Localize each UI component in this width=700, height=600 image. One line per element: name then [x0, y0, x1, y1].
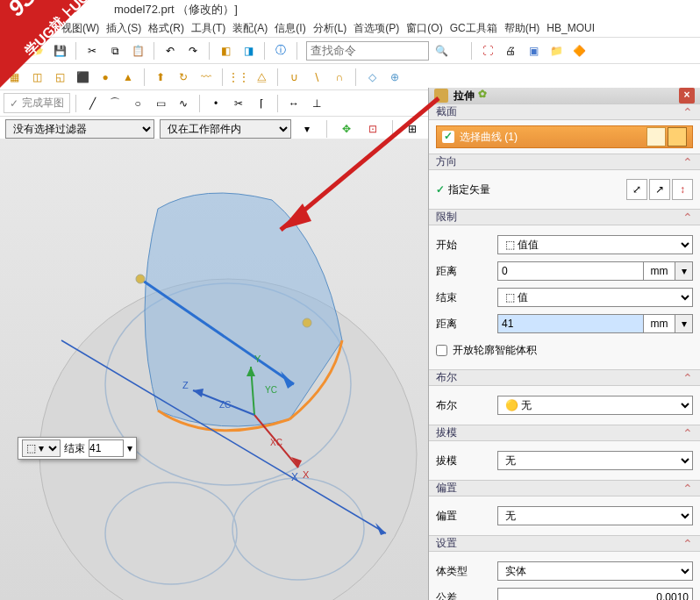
svg-point-9 — [136, 275, 145, 283]
new-icon[interactable]: 📄 — [4, 40, 25, 61]
rect-icon[interactable]: ▭ — [150, 93, 171, 114]
section-offset[interactable]: 偏置⌃ — [429, 480, 700, 496]
revolve-icon[interactable]: ↻ — [173, 67, 194, 88]
vec-reverse-icon[interactable]: ⤢ — [626, 179, 647, 200]
subtract-icon[interactable]: ∖ — [306, 67, 327, 88]
section-jiemian[interactable]: 截面⌃ — [429, 104, 700, 120]
circle-icon[interactable]: ○ — [127, 93, 148, 114]
pattern-icon[interactable]: ⋮⋮ — [228, 67, 249, 88]
menu-format[interactable]: 格式(R) — [148, 21, 184, 36]
draft-mode[interactable]: 无 — [497, 451, 693, 470]
section-settings[interactable]: 设置⌃ — [429, 535, 700, 552]
boolean-mode[interactable]: 🟡 无 — [497, 396, 693, 415]
panel-header[interactable]: 拉伸 ✿ × — [429, 88, 700, 104]
menu-analyze[interactable]: 分析(L) — [313, 21, 347, 36]
cube-icon[interactable]: ◱ — [49, 67, 70, 88]
menu-window[interactable]: 窗口(O) — [406, 21, 442, 36]
graphics-viewport[interactable]: X Y Z XC YC ZC X ⬚ ▾ 结束 ▾ — [0, 139, 428, 600]
redo-icon[interactable]: ↷ — [182, 40, 204, 61]
filter-opt-4-icon[interactable]: ⊞ — [402, 118, 423, 139]
menu-prefs[interactable]: 首选项(P) — [354, 21, 399, 36]
menu-hbmoui[interactable]: HB_MOUI — [546, 22, 595, 34]
box-icon[interactable]: ▣ — [523, 40, 544, 61]
unite-icon[interactable]: ∪ — [283, 67, 304, 88]
folder-icon[interactable]: 📁 — [546, 40, 567, 61]
section-limits[interactable]: 限制⌃ — [429, 209, 700, 225]
fillet-icon[interactable]: ⌈ — [251, 93, 272, 114]
extrude-panel: 拉伸 ✿ × 截面⌃ ✓ 选择曲线 (1) 方向⌃ ✓ 指定矢量 ⤢ ↗ ↕ 限… — [428, 88, 700, 600]
filter-opt-3-icon[interactable]: ⊡ — [362, 118, 383, 139]
curve-tool-1[interactable] — [646, 127, 666, 146]
end-dist-arrow[interactable]: ▾ — [675, 314, 693, 333]
extrude-icon[interactable]: ⬆ — [150, 67, 171, 88]
help-icon[interactable]: ✿ — [475, 88, 490, 104]
standard-toolbar: 📄 📂 💾 ✂ ⧉ 📋 ↶ ↷ ◧ ◨ ⓘ 🔍 ⛶ 🖨 ▣ 📁 🔶 — [0, 37, 700, 63]
start-distance[interactable] — [497, 261, 644, 281]
search-icon[interactable]: 🔍 — [431, 40, 452, 61]
color-icon[interactable]: 🔶 — [568, 40, 589, 61]
fit-icon[interactable]: ⛶ — [477, 40, 498, 61]
vec-axis-icon[interactable]: ↕ — [672, 179, 693, 200]
feat-1-icon[interactable]: ▦ — [4, 67, 25, 88]
menu-assembly[interactable]: 装配(A) — [232, 21, 268, 36]
plane-icon[interactable]: ◇ — [361, 67, 382, 88]
dyn-value[interactable] — [89, 439, 124, 457]
cut-icon[interactable]: ✂ — [82, 40, 103, 61]
vec-pick-icon[interactable]: ↗ — [649, 179, 670, 200]
arc-icon[interactable]: ⌒ — [104, 93, 125, 114]
menu-info[interactable]: 信息(I) — [275, 21, 305, 36]
menu-help[interactable]: 帮助(H) — [504, 21, 540, 36]
cone-icon[interactable]: ▲ — [118, 67, 139, 88]
section-direction[interactable]: 方向⌃ — [429, 154, 700, 170]
intersect-icon[interactable]: ∩ — [329, 67, 350, 88]
spline-icon[interactable]: ∿ — [173, 93, 194, 114]
dynamic-input-box[interactable]: ⬚ ▾ 结束 ▾ — [18, 437, 137, 460]
scope-filter[interactable]: 仅在工作部件内 — [160, 119, 291, 139]
filter-opt-1-icon[interactable]: ▾ — [296, 118, 318, 139]
open-icon[interactable]: 📂 — [26, 40, 47, 61]
dyn-arrow[interactable]: ▾ — [127, 442, 132, 454]
unit-label: mm — [644, 314, 675, 333]
feat-2-icon[interactable]: ◫ — [26, 67, 47, 88]
constraint-icon[interactable]: ⊥ — [306, 93, 327, 114]
point-icon[interactable]: • — [205, 93, 226, 114]
menu-tools[interactable]: 工具(T) — [191, 21, 225, 36]
sphere-icon[interactable]: ● — [95, 67, 116, 88]
undo-icon[interactable]: ↶ — [160, 40, 181, 61]
axis-icon[interactable]: ⊕ — [384, 67, 405, 88]
info-icon[interactable]: ⓘ — [270, 40, 291, 61]
curve-tool-2[interactable] — [668, 127, 687, 146]
cylinder-icon[interactable]: ⬛ — [72, 67, 93, 88]
line-icon[interactable]: ╱ — [82, 93, 103, 114]
start-dist-arrow[interactable]: ▾ — [675, 261, 693, 281]
open-profile-checkbox[interactable] — [436, 345, 447, 356]
dyn-mode[interactable]: ⬚ ▾ — [22, 439, 61, 457]
paste-icon[interactable]: 📋 — [127, 40, 148, 61]
menu-view[interactable]: 视图(W) — [61, 21, 99, 36]
save-icon[interactable]: 💾 — [49, 40, 70, 61]
sweep-icon[interactable]: 〰 — [196, 67, 217, 88]
command-search[interactable] — [306, 41, 429, 61]
end-distance[interactable] — [497, 314, 644, 333]
start-mode[interactable]: ⬚ 值值 — [497, 235, 693, 254]
finish-sketch-button[interactable]: ✓ 完成草图 — [4, 93, 70, 113]
select-curve-row[interactable]: ✓ 选择曲线 (1) — [436, 125, 693, 148]
print-icon[interactable]: 🖨 — [500, 40, 521, 61]
copy-icon[interactable]: ⧉ — [104, 40, 125, 61]
tool-a-icon[interactable]: ◧ — [215, 40, 236, 61]
section-draft[interactable]: 拔模⌃ — [429, 425, 700, 441]
mirror-icon[interactable]: ⧋ — [251, 67, 272, 88]
offset-mode[interactable]: 无 — [497, 506, 693, 525]
end-mode[interactable]: ⬚ 值 — [497, 288, 693, 307]
dim-icon[interactable]: ↔ — [283, 93, 304, 114]
menu-insert[interactable]: 插入(S) — [106, 21, 141, 36]
close-icon[interactable]: × — [679, 88, 695, 104]
selection-filter[interactable]: 没有选择过滤器 — [5, 119, 154, 139]
trim-icon[interactable]: ✂ — [228, 93, 249, 114]
filter-opt-2-icon[interactable]: ✥ — [336, 118, 357, 139]
tolerance[interactable] — [497, 588, 693, 600]
section-boolean[interactable]: 布尔⌃ — [429, 369, 700, 386]
body-type[interactable]: 实体 — [497, 561, 693, 581]
menu-gctoolbox[interactable]: GC工具箱 — [450, 21, 497, 36]
tool-b-icon[interactable]: ◨ — [238, 40, 259, 61]
